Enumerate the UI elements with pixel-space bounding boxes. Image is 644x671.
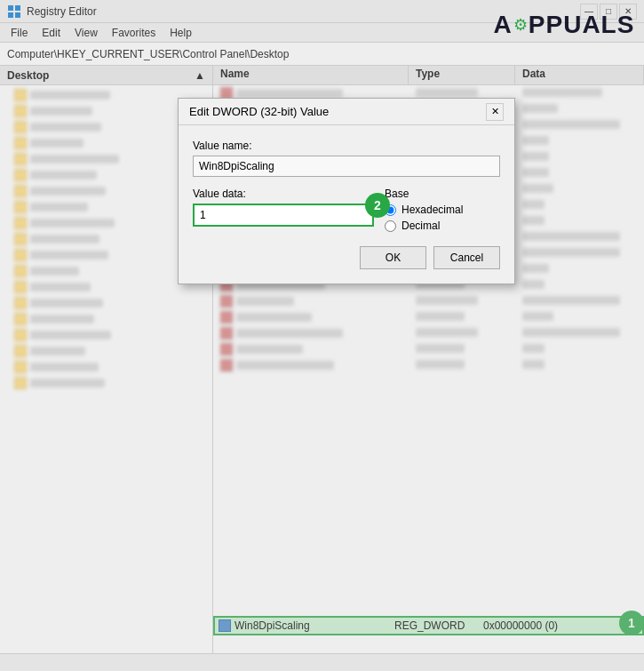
radio-hexadecimal-label: Hexadecimal <box>402 204 463 216</box>
dialog-close-button[interactable]: ✕ <box>486 103 504 121</box>
radio-group: Hexadecimal Decimal <box>385 204 500 232</box>
base-section: Base Hexadecimal Decimal <box>385 188 500 232</box>
dialog-buttons: OK Cancel <box>193 246 500 269</box>
badge-2: 2 <box>365 193 390 218</box>
dialog-body: Value name: Value data: 2 Base Hexadecim… <box>179 125 514 284</box>
cancel-button[interactable]: Cancel <box>433 246 500 269</box>
dialog-title-bar: Edit DWORD (32-bit) Value ✕ <box>179 99 514 125</box>
base-label: Base <box>385 188 500 200</box>
radio-decimal-label: Decimal <box>402 220 440 232</box>
value-name-label: Value name: <box>193 140 500 152</box>
logo-a: A <box>494 11 513 39</box>
radio-decimal[interactable]: Decimal <box>385 220 500 232</box>
value-data-input[interactable] <box>193 204 374 227</box>
radio-hexadecimal[interactable]: Hexadecimal <box>385 204 500 216</box>
logo-area: A ⚙ PPUALS <box>484 0 644 49</box>
edit-dword-dialog: Edit DWORD (32-bit) Value ✕ Value name: … <box>178 98 515 284</box>
logo-ppuals: PPUALS <box>529 11 635 39</box>
dialog-data-row: Value data: 2 Base Hexadecimal Decimal <box>193 188 500 232</box>
value-data-section: Value data: 2 <box>193 188 374 227</box>
value-name-input[interactable] <box>193 156 500 177</box>
logo-gear-icon: ⚙ <box>513 15 528 35</box>
value-data-label: Value data: <box>193 188 374 200</box>
dialog-title-text: Edit DWORD (32-bit) Value <box>189 105 486 118</box>
radio-decimal-input[interactable] <box>385 220 396 232</box>
ok-button[interactable]: OK <box>360 246 426 269</box>
value-input-wrapper: 2 <box>193 204 374 227</box>
